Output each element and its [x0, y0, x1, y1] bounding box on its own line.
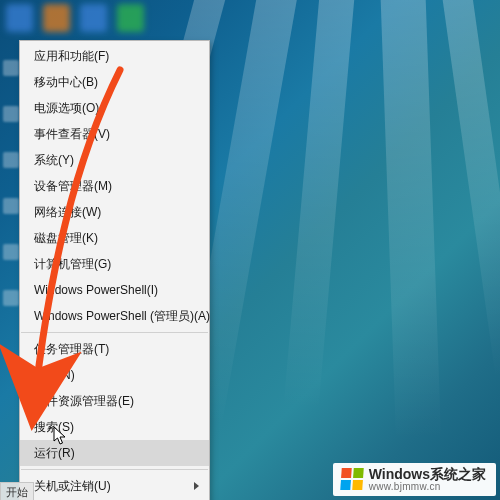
menu-item-disk-management[interactable]: 磁盘管理(K): [20, 225, 209, 251]
background-ray: [440, 0, 500, 378]
winx-context-menu: 应用和功能(F) 移动中心(B) 电源选项(O) 事件查看器(V) 系统(Y) …: [19, 40, 210, 500]
background-ray: [283, 0, 354, 410]
menu-item-device-manager[interactable]: 设备管理器(M): [20, 173, 209, 199]
menu-item-apps-features[interactable]: 应用和功能(F): [20, 43, 209, 69]
chevron-right-icon: [194, 482, 199, 490]
watermark-title: Windows系统之家: [369, 467, 486, 482]
watermark: Windows系统之家 www.bjmmw.cn: [333, 463, 496, 496]
menu-item-mobility-center[interactable]: 移动中心(B): [20, 69, 209, 95]
menu-item-file-explorer[interactable]: 文件资源管理器(E): [20, 388, 209, 414]
menu-item-label: 关机或注销(U): [34, 479, 111, 493]
menu-item-computer-management[interactable]: 计算机管理(G): [20, 251, 209, 277]
menu-item-network-connections[interactable]: 网络连接(W): [20, 199, 209, 225]
menu-item-event-viewer[interactable]: 事件查看器(V): [20, 121, 209, 147]
menu-item-powershell[interactable]: Windows PowerShell(I): [20, 277, 209, 303]
menu-item-power-options[interactable]: 电源选项(O): [20, 95, 209, 121]
start-button-tooltip: 开始: [0, 482, 34, 500]
watermark-url: www.bjmmw.cn: [369, 482, 486, 493]
menu-item-task-manager[interactable]: 任务管理器(T): [20, 336, 209, 362]
windows-logo-icon: [340, 468, 364, 490]
menu-item-shutdown-signout[interactable]: 关机或注销(U): [20, 473, 209, 499]
menu-item-search[interactable]: 搜索(S): [20, 414, 209, 440]
menu-item-run[interactable]: 运行(R): [20, 440, 209, 466]
menu-separator: [21, 332, 208, 333]
desktop-icons-blurred: [0, 0, 150, 35]
background-ray: [380, 0, 441, 441]
menu-item-settings[interactable]: 设置(N): [20, 362, 209, 388]
menu-separator: [21, 469, 208, 470]
menu-item-powershell-admin[interactable]: Windows PowerShell (管理员)(A): [20, 303, 209, 329]
menu-item-system[interactable]: 系统(Y): [20, 147, 209, 173]
